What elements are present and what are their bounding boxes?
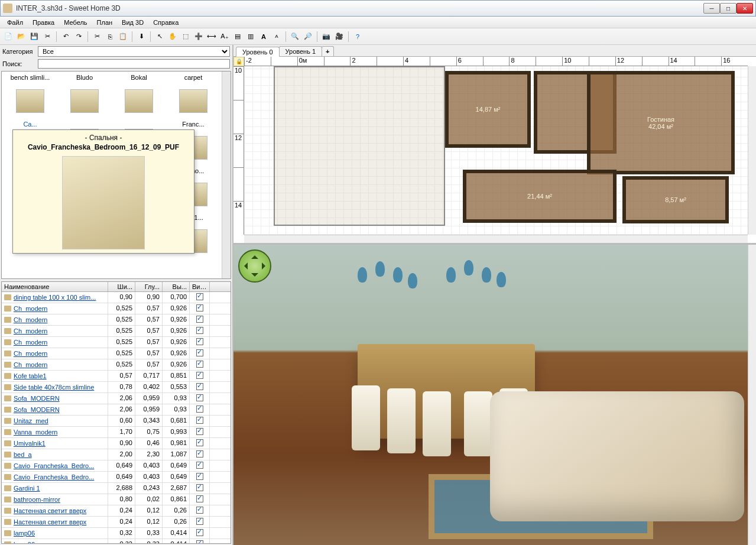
category-select[interactable]: Все <box>38 46 230 57</box>
row-name[interactable]: Ch_modern <box>14 316 47 323</box>
table-row[interactable]: Настенная светит вверх0,240,120,26 <box>2 505 231 517</box>
row-name[interactable]: bathroom-mirror <box>14 496 60 503</box>
table-row[interactable]: Ch_modern0,5250,570,926 <box>2 337 231 348</box>
row-name[interactable]: Unitaz_med <box>14 417 48 424</box>
menu-plan[interactable]: План <box>92 18 118 27</box>
decrease-text-icon[interactable]: A <box>271 31 283 43</box>
table-row[interactable]: Ch_modern0,5250,570,926 <box>2 303 231 314</box>
plan-room[interactable]: Гостиная 42,04 м² <box>587 71 735 174</box>
table-body[interactable]: dining table 100 x 100 slim...0,900,900,… <box>2 292 231 543</box>
close-button[interactable]: ✕ <box>736 3 753 14</box>
table-row[interactable]: Kofe table10,570,7170,851 <box>2 371 231 382</box>
visible-checkbox[interactable] <box>196 484 203 491</box>
create-dimensions-icon[interactable]: ⟷ <box>206 31 218 43</box>
create-photo-icon[interactable]: 📷 <box>320 31 332 43</box>
minimize-button[interactable]: ─ <box>703 3 720 14</box>
col-visible[interactable]: Види... <box>190 282 210 291</box>
tab-add-level[interactable]: + <box>322 46 333 56</box>
table-row[interactable]: lamp060,320,330,414 <box>2 539 231 543</box>
table-row[interactable]: lamp060,320,330,414 <box>2 528 231 539</box>
visible-checkbox[interactable] <box>196 529 203 536</box>
row-name[interactable]: Настенная светит вверх <box>14 518 86 525</box>
catalog-item[interactable]: carpet <box>167 74 219 118</box>
visible-checkbox[interactable] <box>196 316 203 323</box>
row-name[interactable]: Gardini 1 <box>14 485 40 492</box>
copy-icon[interactable]: ⎘ <box>104 31 116 43</box>
plan-canvas[interactable]: 14,87 м² Гостиная 42,04 м² 21,44 м² 8,57… <box>244 66 748 235</box>
tab-level-1[interactable]: Уровень 1 <box>279 46 323 56</box>
visible-checkbox[interactable] <box>196 473 203 480</box>
text-bold-icon[interactable]: ▤ <box>232 31 244 43</box>
furniture-catalog[interactable]: - Спальня - Cavio_Francheska_Bedroom_16_… <box>1 71 231 279</box>
plan-room[interactable]: 21,44 м² <box>463 170 617 223</box>
undo-icon[interactable]: ↶ <box>60 31 72 43</box>
row-name[interactable]: lamp06 <box>14 541 35 543</box>
col-name[interactable]: Наименование <box>2 282 108 291</box>
zoom-in-icon[interactable]: 🔍 <box>289 31 301 43</box>
select-icon[interactable]: ↖ <box>154 31 166 43</box>
visible-checkbox[interactable] <box>196 540 203 543</box>
visible-checkbox[interactable] <box>196 293 203 300</box>
menu-help[interactable]: Справка <box>148 18 183 27</box>
menu-file[interactable]: Файл <box>2 18 28 27</box>
table-row[interactable]: Side table 40x78cm slimline0,780,4020,55… <box>2 382 231 393</box>
pan-icon[interactable]: ✋ <box>167 31 179 43</box>
save-icon[interactable]: 💾 <box>28 31 40 43</box>
menu-3dview[interactable]: Вид 3D <box>117 18 148 27</box>
cut-icon[interactable]: ✂ <box>91 31 103 43</box>
compass-right-icon[interactable] <box>262 262 269 270</box>
text-italic-icon[interactable]: ▥ <box>245 31 257 43</box>
visible-checkbox[interactable] <box>196 417 203 424</box>
nav-compass[interactable] <box>238 249 271 283</box>
row-name[interactable]: Cavio_Francheska_Bedro... <box>14 462 94 469</box>
row-name[interactable]: Cavio_Francheska_Bedro... <box>14 473 94 481</box>
compass-left-icon[interactable] <box>241 262 248 270</box>
row-name[interactable]: Sofa_MODERN <box>14 395 60 402</box>
table-row[interactable]: Unitaz_med0,600,3430,681 <box>2 416 231 427</box>
search-input[interactable] <box>38 59 230 69</box>
visible-checkbox[interactable] <box>196 439 203 446</box>
row-name[interactable]: Ch_modern <box>14 350 47 357</box>
row-name[interactable]: Ch_modern <box>14 361 47 368</box>
plan-scrollbar-v[interactable] <box>748 66 756 235</box>
row-name[interactable]: bed_a <box>14 451 32 458</box>
create-video-icon[interactable]: 🎥 <box>333 31 345 43</box>
compass-up-icon[interactable] <box>251 252 258 259</box>
table-row[interactable]: Umivalnik10,900,460,981 <box>2 438 231 449</box>
catalog-item[interactable]: bench slimli... <box>4 74 56 118</box>
row-name[interactable]: Sofa_MODERN <box>14 406 60 413</box>
visible-checkbox[interactable] <box>196 405 203 413</box>
visible-checkbox[interactable] <box>196 338 203 345</box>
menu-furniture[interactable]: Мебель <box>59 18 92 27</box>
view-3d[interactable] <box>233 245 756 545</box>
table-row[interactable]: Cavio_Francheska_Bedro...0,6490,4030,649 <box>2 460 231 472</box>
open-icon[interactable]: 📂 <box>15 31 27 43</box>
row-name[interactable]: Vanna_modern <box>14 429 57 436</box>
row-name[interactable]: Umivalnik1 <box>14 440 46 447</box>
visible-checkbox[interactable] <box>196 507 203 514</box>
create-rooms-icon[interactable]: ➕ <box>193 31 205 43</box>
plan-room[interactable]: 14,87 м² <box>445 71 531 148</box>
table-row[interactable]: bed_a2,002,301,087 <box>2 449 231 460</box>
table-row[interactable]: Cavio_Francheska_Bedro...0,6490,4030,649 <box>2 472 231 483</box>
visible-checkbox[interactable] <box>196 372 203 379</box>
col-width[interactable]: Ши... <box>108 282 135 291</box>
tab-level-0[interactable]: Уровень 0 <box>236 47 280 57</box>
table-row[interactable]: Gardini 12,6880,2432,687 <box>2 483 231 494</box>
preferences-icon[interactable]: ✂ <box>41 31 53 43</box>
lock-icon[interactable]: 🔒 <box>233 57 244 66</box>
increase-text-icon[interactable]: A <box>258 31 270 43</box>
visible-checkbox[interactable] <box>196 450 203 458</box>
plan-room[interactable]: 8,57 м² <box>622 176 729 223</box>
plan-scrollbar-h[interactable] <box>244 235 748 243</box>
create-walls-icon[interactable]: ⬚ <box>180 31 192 43</box>
compass-down-icon[interactable] <box>251 273 258 280</box>
table-row[interactable]: Ch_modern0,5250,570,926 <box>2 314 231 326</box>
col-height[interactable]: Вы... <box>163 282 190 291</box>
visible-checkbox[interactable] <box>196 462 203 469</box>
table-row[interactable]: Ch_modern0,5250,570,926 <box>2 359 231 371</box>
visible-checkbox[interactable] <box>196 349 203 356</box>
row-name[interactable]: Настенная светит вверх <box>14 507 86 514</box>
table-row[interactable]: Sofa_MODERN2,060,9590,93 <box>2 393 231 404</box>
help-icon[interactable]: ? <box>352 31 364 43</box>
